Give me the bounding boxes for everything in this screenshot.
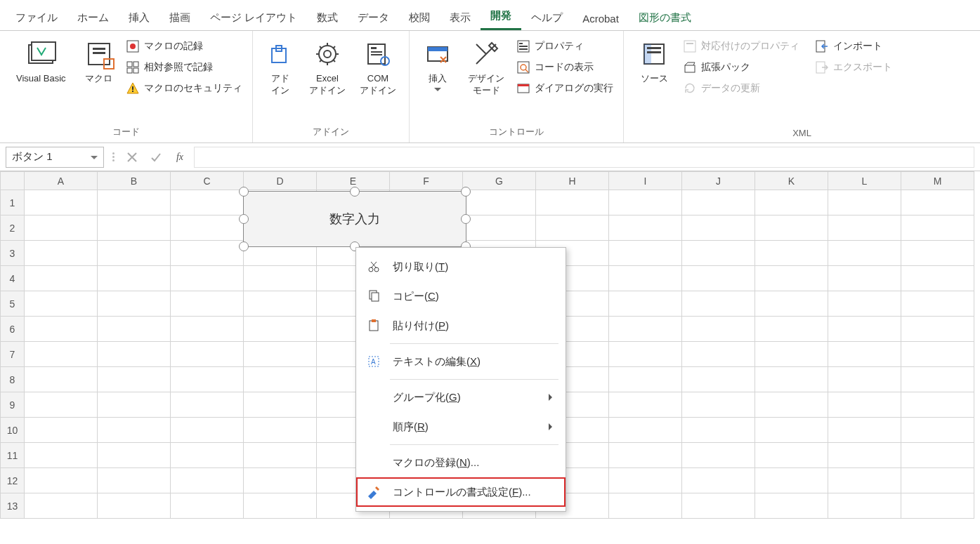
resize-handle[interactable] bbox=[239, 187, 249, 197]
run-dialog-button[interactable]: ダイアログの実行 bbox=[512, 79, 618, 98]
tab-view[interactable]: 表示 bbox=[440, 4, 481, 30]
col-header[interactable]: I bbox=[609, 172, 682, 190]
group-label-xml: XML bbox=[629, 125, 974, 142]
col-header[interactable]: K bbox=[755, 172, 828, 190]
ribbon-group-controls: 挿入 デザイン モード プロパティ コードの表示 ダイアログの実行 bbox=[410, 31, 624, 142]
row-header[interactable]: 8 bbox=[1, 367, 25, 392]
group-label-addins: アドイン bbox=[259, 123, 403, 142]
ribbon-group-code: Visual Basic マクロ マクロの記録 相対参照で記録 bbox=[0, 31, 253, 142]
properties-button[interactable]: プロパティ bbox=[512, 37, 618, 56]
menu-separator bbox=[390, 444, 558, 445]
map-properties-button: 対応付けのプロパティ bbox=[679, 37, 804, 56]
com-addins-button[interactable]: COM アドイン bbox=[353, 34, 403, 101]
row-header[interactable]: 7 bbox=[1, 342, 25, 367]
ribbon: Visual Basic マクロ マクロの記録 相対参照で記録 bbox=[0, 31, 980, 143]
drag-handle-icon[interactable] bbox=[108, 152, 118, 161]
col-header[interactable]: F bbox=[390, 172, 463, 190]
menu-separator bbox=[390, 379, 558, 380]
tab-file[interactable]: ファイル bbox=[6, 4, 67, 30]
row-header[interactable]: 12 bbox=[1, 468, 25, 493]
tab-data[interactable]: データ bbox=[348, 4, 399, 30]
tab-developer[interactable]: 開発 bbox=[481, 2, 521, 30]
addins-button[interactable]: アド イン bbox=[259, 34, 302, 101]
tab-pagelayout[interactable]: ページ レイアウト bbox=[200, 4, 307, 30]
svg-rect-24 bbox=[519, 43, 523, 44]
select-all-button[interactable] bbox=[1, 172, 25, 190]
worksheet-grid[interactable]: A B C D E F G H I J K L M 1 2 3 4 5 6 7 … bbox=[0, 171, 980, 519]
fx-button[interactable]: fx bbox=[170, 147, 190, 167]
col-header[interactable]: H bbox=[536, 172, 609, 190]
row-header[interactable]: 9 bbox=[1, 392, 25, 418]
name-box[interactable]: ボタン 1 bbox=[6, 147, 104, 168]
form-button-object[interactable]: 数字入力 bbox=[243, 191, 466, 247]
resize-handle[interactable] bbox=[239, 214, 249, 224]
resize-handle[interactable] bbox=[350, 187, 360, 197]
tab-insert[interactable]: 挿入 bbox=[119, 4, 159, 30]
svg-rect-34 bbox=[647, 51, 661, 53]
column-headers: A B C D E F G H I J K L M bbox=[1, 172, 974, 190]
expansion-packs-button[interactable]: 拡張パック bbox=[679, 58, 804, 77]
col-header[interactable]: M bbox=[901, 172, 974, 190]
record-macro-icon bbox=[126, 39, 140, 53]
row-header[interactable]: 1 bbox=[1, 190, 25, 215]
svg-rect-45 bbox=[372, 319, 376, 322]
col-header[interactable]: G bbox=[463, 172, 536, 190]
formula-input[interactable] bbox=[194, 147, 974, 168]
import-button[interactable]: インポート bbox=[811, 37, 896, 56]
excel-addins-button[interactable]: Excel アドイン bbox=[302, 34, 353, 101]
menu-group[interactable]: グループ化(G) bbox=[356, 383, 566, 412]
xml-source-button[interactable]: ソース bbox=[629, 34, 679, 89]
col-header[interactable]: L bbox=[828, 172, 901, 190]
menu-order[interactable]: 順序(R) bbox=[356, 412, 566, 442]
macro-security-button[interactable]: マクロのセキュリティ bbox=[122, 79, 247, 98]
map-properties-icon bbox=[683, 39, 697, 53]
row-header[interactable]: 13 bbox=[1, 493, 25, 519]
cancel-button[interactable] bbox=[122, 147, 142, 167]
menu-assign-macro[interactable]: マクロの登録(N)... bbox=[356, 448, 566, 477]
tab-shapeformat[interactable]: 図形の書式 bbox=[629, 4, 701, 30]
enter-button[interactable] bbox=[146, 147, 166, 167]
col-header[interactable]: B bbox=[98, 172, 171, 190]
svg-rect-37 bbox=[685, 65, 695, 72]
svg-rect-18 bbox=[371, 51, 382, 53]
context-menu: 切り取り(T) コピー(C) 貼り付け(P) A テキストの編集(X) グループ… bbox=[355, 247, 566, 512]
row-header[interactable]: 4 bbox=[1, 266, 25, 291]
macros-button[interactable]: マクロ bbox=[77, 34, 122, 89]
record-macro-button[interactable]: マクロの記録 bbox=[122, 37, 247, 56]
resize-handle[interactable] bbox=[461, 187, 471, 197]
col-header[interactable]: A bbox=[25, 172, 98, 190]
tab-review[interactable]: 校閲 bbox=[399, 4, 440, 30]
menu-copy[interactable]: コピー(C) bbox=[356, 281, 566, 311]
row-header[interactable]: 2 bbox=[1, 215, 25, 241]
insert-controls-button[interactable]: 挿入 bbox=[415, 34, 460, 99]
col-header[interactable]: D bbox=[244, 172, 317, 190]
tab-acrobat[interactable]: Acrobat bbox=[573, 6, 629, 30]
tab-draw[interactable]: 描画 bbox=[159, 4, 200, 30]
refresh-data-icon bbox=[683, 81, 697, 95]
xml-source-icon bbox=[638, 38, 670, 70]
row-header[interactable]: 6 bbox=[1, 317, 25, 342]
resize-handle[interactable] bbox=[239, 241, 249, 251]
row-header[interactable]: 5 bbox=[1, 291, 25, 317]
visual-basic-button[interactable]: Visual Basic bbox=[6, 34, 77, 89]
tab-home[interactable]: ホーム bbox=[67, 4, 119, 30]
relative-reference-button[interactable]: 相対参照で記録 bbox=[122, 58, 247, 77]
tab-formulas[interactable]: 数式 bbox=[307, 4, 348, 30]
svg-point-15 bbox=[324, 51, 331, 58]
menu-paste[interactable]: 貼り付け(P) bbox=[356, 311, 566, 340]
resize-handle[interactable] bbox=[461, 214, 471, 224]
view-code-button[interactable]: コードの表示 bbox=[512, 58, 618, 77]
svg-rect-9 bbox=[133, 62, 138, 67]
row-header[interactable]: 3 bbox=[1, 241, 25, 266]
menu-edit-text[interactable]: A テキストの編集(X) bbox=[356, 347, 566, 376]
dropdown-icon bbox=[434, 88, 441, 95]
row-header[interactable]: 11 bbox=[1, 443, 25, 468]
menu-format-control[interactable]: コントロールの書式設定(F)... bbox=[356, 477, 566, 507]
tab-help[interactable]: ヘルプ bbox=[521, 4, 573, 30]
menu-cut[interactable]: 切り取り(T) bbox=[356, 252, 566, 281]
row-header[interactable]: 10 bbox=[1, 418, 25, 443]
design-mode-button[interactable]: デザイン モード bbox=[460, 34, 512, 101]
format-control-icon bbox=[366, 484, 381, 500]
col-header[interactable]: J bbox=[682, 172, 755, 190]
col-header[interactable]: C bbox=[171, 172, 244, 190]
